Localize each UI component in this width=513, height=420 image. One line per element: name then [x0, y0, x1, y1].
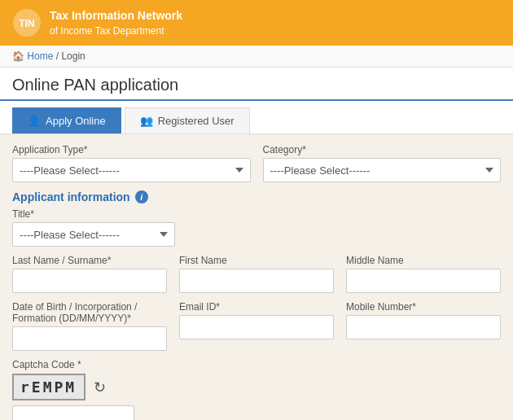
captcha-input[interactable]	[12, 405, 134, 420]
application-type-select[interactable]: ----Please Select------	[12, 158, 251, 182]
tin-logo: TIN	[12, 8, 42, 37]
first-name-group: First Name	[179, 255, 334, 293]
category-label: Category*	[263, 144, 502, 155]
apply-online-icon: 👤	[28, 115, 41, 127]
header-line2: of Income Tax Department	[50, 24, 182, 38]
app-type-category-row: Application Type* ----Please Select-----…	[12, 144, 501, 182]
dob-label: Date of Birth / Incorporation / Formatio…	[12, 301, 167, 324]
breadcrumb: 🏠 Home / Login	[0, 46, 513, 68]
last-name-group: Last Name / Surname*	[12, 255, 167, 293]
tab-apply-online-label: Apply Online	[46, 115, 106, 127]
tab-registered-user-label: Registered User	[158, 115, 235, 127]
title-label: Title*	[12, 208, 175, 220]
name-row: Last Name / Surname* First Name Middle N…	[12, 255, 501, 293]
middle-name-group: Middle Name	[346, 255, 501, 293]
refresh-icon[interactable]: ↻	[94, 378, 106, 396]
last-name-label: Last Name / Surname*	[12, 255, 167, 266]
middle-name-label: Middle Name	[346, 255, 501, 266]
info-icon[interactable]: i	[135, 190, 148, 203]
dob-email-mobile-row: Date of Birth / Incorporation / Formatio…	[12, 301, 501, 351]
first-name-label: First Name	[179, 255, 334, 266]
tabs-container: 👤 Apply Online 👥 Registered User	[0, 101, 513, 134]
header-title: Tax Information Network of Income Tax De…	[50, 8, 182, 37]
middle-name-input[interactable]	[346, 269, 501, 293]
page-title: Online PAN application	[0, 68, 513, 101]
registered-user-icon: 👥	[140, 115, 153, 127]
last-name-input[interactable]	[12, 269, 167, 293]
home-icon: 🏠	[12, 50, 24, 62]
svg-text:TIN: TIN	[19, 18, 34, 29]
title-select[interactable]: ----Please Select------	[12, 222, 175, 247]
email-label: Email ID*	[179, 301, 334, 313]
captcha-row: rEMPM ↻	[12, 374, 501, 400]
applicant-info-heading: Applicant information i	[12, 190, 501, 203]
email-group: Email ID*	[179, 301, 334, 351]
first-name-input[interactable]	[179, 269, 334, 293]
application-type-group: Application Type* ----Please Select-----…	[12, 144, 251, 182]
mobile-label: Mobile Number*	[346, 301, 501, 313]
category-group: Category* ----Please Select------	[263, 144, 502, 182]
mobile-group: Mobile Number*	[346, 301, 501, 351]
form-area: Application Type* ----Please Select-----…	[0, 134, 513, 420]
email-input[interactable]	[179, 315, 334, 339]
breadcrumb-home[interactable]: 🏠 Home	[12, 50, 56, 62]
dob-input[interactable]	[12, 326, 167, 351]
dob-group: Date of Birth / Incorporation / Formatio…	[12, 301, 167, 351]
tab-registered-user[interactable]: 👥 Registered User	[125, 107, 250, 133]
captcha-label: Captcha Code *	[12, 359, 501, 370]
tab-apply-online[interactable]: 👤 Apply Online	[12, 107, 121, 133]
title-group: Title* ----Please Select------	[12, 208, 175, 247]
mobile-input[interactable]	[346, 315, 501, 339]
header: TIN Tax Information Network of Income Ta…	[0, 0, 513, 46]
captcha-area: Captcha Code * rEMPM ↻	[12, 359, 501, 420]
title-row: Title* ----Please Select------	[12, 208, 501, 247]
header-line1: Tax Information Network	[50, 8, 182, 24]
applicant-info-label: Applicant information	[12, 190, 130, 203]
category-select[interactable]: ----Please Select------	[263, 158, 502, 182]
captcha-image: rEMPM	[12, 374, 86, 400]
application-type-label: Application Type*	[12, 144, 251, 155]
